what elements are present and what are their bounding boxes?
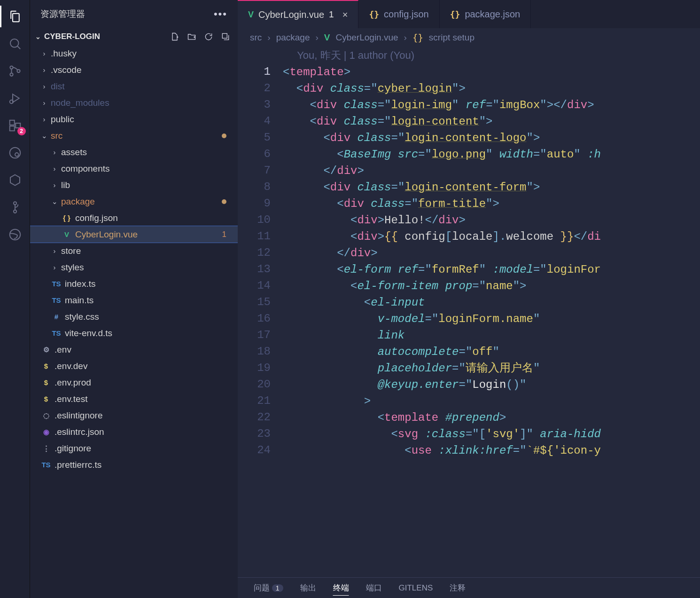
json-icon: { } — [61, 214, 72, 222]
file-style-css[interactable]: #style.css — [30, 308, 238, 325]
activity-extensions-icon[interactable]: 2 — [7, 118, 23, 134]
chevron-right-icon: › — [40, 115, 48, 123]
tree-item-label: assets — [61, 147, 87, 157]
folder-node_modules[interactable]: ›node_modules — [30, 94, 238, 111]
tree-item-label: lib — [61, 180, 70, 190]
vue-icon: V — [324, 32, 330, 43]
tree-item-label: index.ts — [65, 279, 95, 289]
folder-dist[interactable]: ›dist — [30, 78, 238, 94]
gray-icon: ⋮ — [40, 444, 52, 453]
tree-item-label: .env.test — [54, 394, 87, 404]
code-editor[interactable]: 123456789101112131415161718192021222324 … — [238, 47, 700, 577]
dollar-icon: $ — [40, 395, 52, 403]
file-CyberLogin-vue[interactable]: VCyberLogin.vue1 — [30, 226, 238, 243]
ts-icon: TS — [51, 296, 62, 304]
activity-search-icon[interactable] — [7, 36, 23, 52]
file--env[interactable]: ⚙.env — [30, 341, 238, 358]
folder-public[interactable]: ›public — [30, 111, 238, 127]
tree-item-label: config.json — [75, 213, 118, 223]
tab-label: CyberLogin.vue — [258, 9, 324, 20]
panel-ports[interactable]: 端口 — [366, 582, 382, 593]
panel-gitlens[interactable]: GITLENS — [399, 583, 433, 593]
sidebar-more-icon[interactable]: ••• — [214, 8, 227, 20]
ts-icon: TS — [51, 329, 62, 337]
tree-item-label: .eslintrc.json — [54, 427, 104, 437]
activity-bar: 2 — [0, 0, 30, 598]
folder--vscode[interactable]: ›.vscode — [30, 62, 238, 78]
chevron-right-icon: › — [40, 82, 48, 90]
activity-remote-icon[interactable] — [7, 145, 23, 161]
folder-store[interactable]: ›store — [30, 243, 238, 259]
folder-lib[interactable]: ›lib — [30, 177, 238, 193]
tab-label: package.json — [465, 9, 520, 20]
item-count: 1 — [222, 230, 226, 239]
editor-group: VCyberLogin.vue1×{}config.json{}package.… — [238, 0, 700, 598]
chevron-down-icon: ⌄ — [51, 197, 58, 206]
panel-problems[interactable]: 问题 1 — [254, 582, 283, 593]
chevron-right-icon: › — [51, 165, 58, 173]
svg-point-8 — [9, 148, 20, 158]
folder-src[interactable]: ⌄src — [30, 127, 238, 144]
folder-components[interactable]: ›components — [30, 160, 238, 177]
file-vite-env-d-ts[interactable]: TSvite-env.d.ts — [30, 325, 238, 341]
refresh-icon[interactable] — [204, 32, 213, 41]
tree-item-label: .env.dev — [54, 361, 87, 371]
ts-icon: TS — [40, 461, 52, 469]
file--env-dev[interactable]: $.env.dev — [30, 358, 238, 374]
svg-rect-13 — [222, 33, 227, 38]
panel-comments[interactable]: 注释 — [450, 582, 466, 593]
folder-package[interactable]: ⌄package — [30, 193, 238, 210]
chevron-right-icon: › — [316, 32, 319, 43]
panel-terminal[interactable]: 终端 — [333, 582, 349, 593]
new-folder-icon[interactable] — [187, 32, 196, 41]
tree-item-label: .prettierrc.ts — [54, 460, 101, 470]
file--eslintignore[interactable]: ◌.eslintignore — [30, 407, 238, 424]
dollar-icon: $ — [40, 378, 52, 386]
panel-output[interactable]: 输出 — [300, 582, 316, 593]
svg-rect-5 — [9, 120, 14, 125]
tab-CyberLogin-vue[interactable]: VCyberLogin.vue1× — [238, 0, 358, 28]
tab-config-json[interactable]: {}config.json — [358, 0, 439, 28]
activity-debug-icon[interactable] — [7, 90, 23, 106]
file-index-ts[interactable]: TSindex.ts — [30, 275, 238, 292]
chevron-right-icon: › — [51, 263, 58, 271]
close-icon[interactable]: × — [342, 9, 348, 20]
edge-icon: ◉ — [40, 428, 52, 436]
file--eslintrc-json[interactable]: ◉.eslintrc.json — [30, 424, 238, 440]
tab-package-json[interactable]: {}package.json — [440, 0, 531, 28]
file-main-ts[interactable]: TSmain.ts — [30, 292, 238, 308]
folder-styles[interactable]: ›styles — [30, 259, 238, 275]
file--gitignore[interactable]: ⋮.gitignore — [30, 440, 238, 456]
section-header[interactable]: ⌄ CYBER-LOGIN — [30, 28, 238, 45]
chevron-right-icon: › — [40, 66, 48, 74]
svg-point-0 — [10, 39, 19, 47]
css-icon: # — [51, 313, 62, 321]
svg-point-3 — [17, 70, 20, 72]
file--env-prod[interactable]: $.env.prod — [30, 374, 238, 391]
chevron-down-icon: ⌄ — [34, 33, 42, 40]
activity-hex-icon[interactable] — [7, 172, 23, 188]
collapse-icon[interactable] — [221, 32, 230, 41]
activity-edge-icon[interactable] — [7, 227, 23, 243]
activity-explorer-icon[interactable] — [7, 8, 23, 24]
svg-point-11 — [13, 210, 16, 213]
tree-item-label: .env — [54, 345, 71, 355]
explorer-sidebar: 资源管理器 ••• ⌄ CYBER-LOGIN ›.husky›.vscode›… — [30, 0, 238, 598]
activity-scm-icon[interactable] — [7, 63, 23, 79]
tree-item-label: dist — [51, 81, 65, 92]
tree-item-label: style.css — [65, 312, 99, 322]
modified-indicator: 1 — [329, 9, 334, 20]
file--env-test[interactable]: $.env.test — [30, 391, 238, 407]
section-name: CYBER-LOGIN — [44, 32, 100, 41]
svg-point-2 — [10, 73, 13, 76]
new-file-icon[interactable] — [170, 32, 179, 41]
breadcrumbs[interactable]: src › package › V CyberLogin.vue › {} sc… — [238, 28, 700, 47]
activity-git-icon[interactable] — [7, 199, 23, 215]
folder--husky[interactable]: ›.husky — [30, 45, 238, 62]
tree-item-label: node_modules — [51, 98, 109, 108]
file-config-json[interactable]: { }config.json — [30, 210, 238, 226]
tree-item-label: styles — [61, 262, 84, 273]
folder-assets[interactable]: ›assets — [30, 144, 238, 160]
gray-icon: ◌ — [40, 411, 52, 420]
file--prettierrc-ts[interactable]: TS.prettierrc.ts — [30, 456, 238, 473]
